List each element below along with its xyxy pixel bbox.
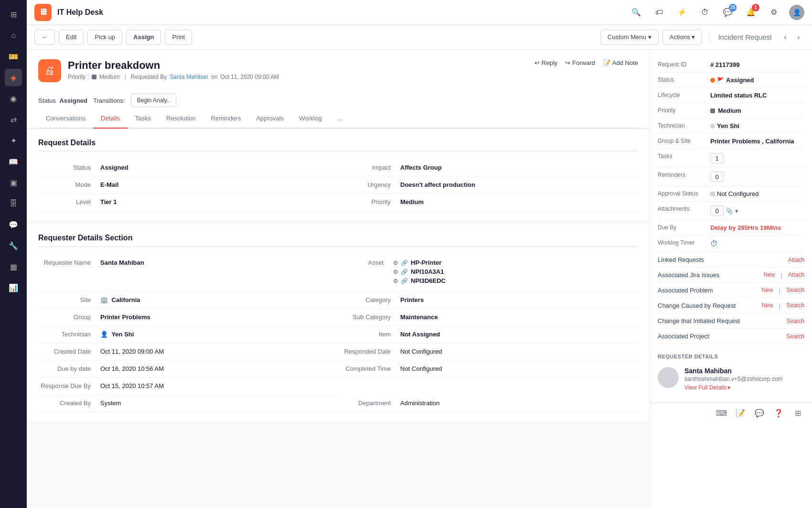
problem-search-button[interactable]: Search bbox=[786, 287, 804, 294]
ticket-type-label: Incident Request bbox=[718, 33, 772, 41]
tab-approvals[interactable]: Approvals bbox=[248, 109, 291, 129]
tab-resolution[interactable]: Resolution bbox=[159, 109, 203, 129]
rp-approval-value: Not Configured bbox=[717, 190, 759, 197]
detail-department: Administration bbox=[400, 400, 439, 407]
custom-menu-button[interactable]: Custom Menu ▾ bbox=[600, 30, 659, 45]
edit-button[interactable]: Edit bbox=[59, 30, 84, 45]
change-caused-search[interactable]: Search bbox=[786, 302, 804, 309]
nav-ticket-icon[interactable]: 🎫 bbox=[5, 48, 22, 65]
priority-dot bbox=[92, 75, 96, 79]
ticket-header: 🖨 Printer breakdown Priority : Medium | … bbox=[27, 50, 650, 129]
help-circle-icon[interactable]: ❓ bbox=[772, 407, 785, 420]
actions-button[interactable]: Actions ▾ bbox=[662, 30, 703, 45]
nav-shuffle-icon[interactable]: ⇄ bbox=[5, 111, 22, 128]
problem-new-button[interactable]: New bbox=[762, 287, 773, 294]
ticket-icon: 🖨 bbox=[38, 59, 61, 82]
next-ticket-button[interactable]: › bbox=[793, 32, 804, 43]
rp-priority: Priority Medium bbox=[658, 103, 804, 119]
translate-icon[interactable]: ⌨ bbox=[715, 407, 728, 420]
tab-more[interactable]: ... bbox=[330, 109, 350, 129]
nav-puzzle-icon[interactable]: ✦ bbox=[5, 132, 22, 149]
add-note-button[interactable]: 📝 Add Note bbox=[603, 59, 638, 66]
print-button[interactable]: Print bbox=[165, 30, 192, 45]
edit-note-icon[interactable]: 📝 bbox=[734, 407, 747, 420]
rp-technician-value: Yen Shi bbox=[717, 122, 739, 130]
worklog-timer-icon[interactable]: ⏱ bbox=[710, 239, 718, 248]
tag-icon[interactable]: 🏷 bbox=[652, 5, 667, 20]
gear-icon[interactable]: ⚙ bbox=[766, 5, 781, 20]
requester-card: Santa Mahiban santhoshmahiban.v+5@zohoco… bbox=[658, 363, 804, 395]
requester-section-label: REQUESTER DETAILS bbox=[658, 350, 804, 363]
tab-details[interactable]: Details bbox=[93, 109, 128, 129]
tab-worklog[interactable]: Worklog bbox=[291, 109, 329, 129]
detail-urgency: Doesn't affect production bbox=[400, 181, 475, 188]
rp-due-by-value: Delay by 285Hrs 19Mins bbox=[710, 224, 781, 231]
attachment-icon[interactable]: 📎 bbox=[726, 207, 733, 215]
history-icon[interactable]: ⏱ bbox=[697, 5, 713, 20]
project-search-button[interactable]: Search bbox=[786, 333, 804, 340]
nav-wrench-icon[interactable]: 🔧 bbox=[5, 237, 22, 254]
rp-worklog-timer: Worklog Timer ⏱ bbox=[658, 236, 804, 252]
detail-site: 🏢 California bbox=[100, 296, 140, 303]
view-details-link[interactable]: View Full Details ▾ bbox=[684, 384, 730, 391]
jira-new-button[interactable]: New bbox=[764, 271, 775, 279]
toolbar: ← Edit Pick up Assign Print Custom Menu … bbox=[27, 25, 812, 50]
tech-avatar bbox=[710, 124, 715, 129]
search-icon[interactable]: 🔍 bbox=[629, 5, 644, 20]
pickup-button[interactable]: Pick up bbox=[87, 30, 122, 45]
linked-requests-attach[interactable]: Attach bbox=[788, 257, 804, 263]
bottom-toolbar: ⌨ 📝 💬 ❓ ⊞ bbox=[650, 402, 812, 423]
rp-attachments: Attachments 0 📎 ▾ bbox=[658, 202, 804, 220]
top-header: 🖥 IT Help Desk 🔍 🏷 ⚡ ⏱ 💬 25 🔔 1 ⚙ 👤 bbox=[27, 0, 812, 25]
assign-button[interactable]: Assign bbox=[126, 30, 161, 45]
right-panel: Request ID # 2117399 Status 🚩 Assigned L… bbox=[650, 50, 812, 508]
nav-grid-icon[interactable]: ⊞ bbox=[5, 6, 22, 23]
change-initiated-search[interactable]: Search bbox=[786, 318, 804, 324]
requester-section-title: Requester Details Section bbox=[38, 234, 638, 247]
jira-attach-button[interactable]: Attach bbox=[788, 271, 804, 279]
main-panel: 🖨 Printer breakdown Priority : Medium | … bbox=[27, 50, 650, 508]
back-button[interactable]: ← bbox=[34, 30, 55, 45]
ticket-title: Printer breakdown bbox=[68, 59, 528, 72]
nav-home-icon[interactable]: ⌂ bbox=[5, 27, 22, 44]
tab-tasks[interactable]: Tasks bbox=[128, 109, 159, 129]
begin-analysis-button[interactable]: Begin Analy.. bbox=[131, 94, 176, 107]
prev-ticket-button[interactable]: ‹ bbox=[780, 32, 791, 43]
tab-conversations[interactable]: Conversations bbox=[38, 109, 93, 129]
rp-technician: Technician Yen Shi bbox=[658, 119, 804, 134]
detail-level: Tier 1 bbox=[100, 198, 117, 205]
attachment-dropdown-icon[interactable]: ▾ bbox=[735, 207, 738, 215]
requester-full-name: Santa Mahiban bbox=[684, 367, 782, 375]
user-avatar[interactable]: 👤 bbox=[789, 5, 804, 20]
tab-reminders[interactable]: Reminders bbox=[203, 109, 249, 129]
detail-technician: 👤 Yen Shi bbox=[100, 331, 134, 338]
nav-dashboard-icon[interactable]: ◉ bbox=[5, 90, 22, 107]
detail-priority: Medium bbox=[400, 198, 424, 205]
nav-active-icon[interactable]: ◈ bbox=[5, 69, 22, 86]
nav-box-icon[interactable]: ▣ bbox=[5, 174, 22, 191]
requester-link[interactable]: Santa Mahiban bbox=[170, 74, 208, 80]
request-details-title: Request Details bbox=[38, 139, 638, 151]
lightning-icon[interactable]: ⚡ bbox=[674, 5, 690, 20]
reply-button[interactable]: ↩ Reply bbox=[534, 59, 557, 66]
ticket-actions: ↩ Reply ↪ Forward 📝 Add Note bbox=[534, 59, 638, 66]
requester-avatar bbox=[658, 367, 679, 388]
nav-database-icon[interactable]: 🗄 bbox=[5, 195, 22, 212]
app-title: IT Help Desk bbox=[57, 8, 623, 17]
nav-chat-icon[interactable]: 💬 bbox=[5, 216, 22, 233]
asset-list: ⊙ 🔗 HP-Printer ⊙ 🔗 NPI10A3A1 ⊙ 🔗 bbox=[393, 259, 638, 286]
chat-icon[interactable]: 💬 25 bbox=[720, 5, 736, 20]
bell-icon[interactable]: 🔔 1 bbox=[743, 5, 759, 20]
request-id-value: # 2117399 bbox=[710, 61, 804, 68]
detail-due-date: Oct 16, 2020 10:56 AM bbox=[100, 365, 164, 372]
chat-bubble-icon[interactable]: 💬 bbox=[753, 407, 766, 420]
rp-status: Status 🚩 Assigned bbox=[658, 73, 804, 88]
nav-chart-icon[interactable]: 📊 bbox=[5, 279, 22, 296]
status-label: Status Assigned bbox=[38, 97, 87, 104]
nav-grid2-icon[interactable]: ▦ bbox=[5, 258, 22, 275]
nav-book-icon[interactable]: 📖 bbox=[5, 153, 22, 170]
detail-item: Not Assigned bbox=[400, 331, 440, 338]
change-caused-new[interactable]: New bbox=[762, 302, 773, 309]
settings-sliders-icon[interactable]: ⊞ bbox=[791, 407, 804, 420]
forward-button[interactable]: ↪ Forward bbox=[565, 59, 595, 66]
